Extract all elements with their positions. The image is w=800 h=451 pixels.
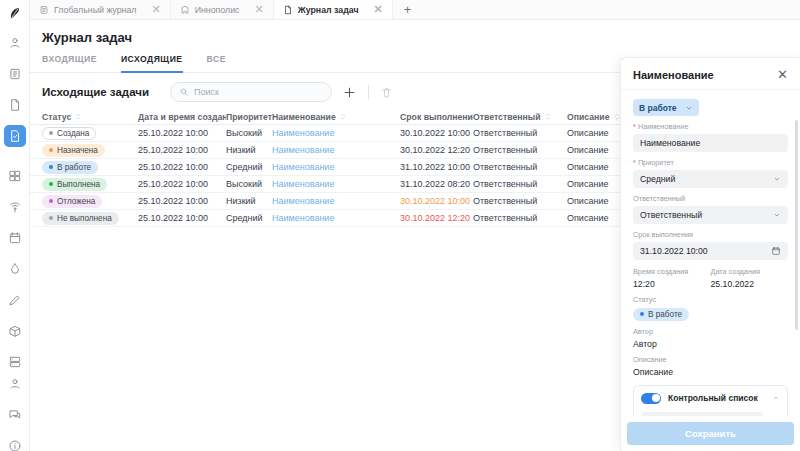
doc-icon (283, 5, 293, 15)
column-header[interactable]: Приоритет (226, 112, 272, 122)
window-tab[interactable]: Иннополис✕ (171, 0, 274, 19)
sidebar-item-drop[interactable] (4, 258, 26, 280)
name-field[interactable] (633, 134, 788, 152)
task-name-link[interactable]: Наименование (272, 145, 334, 155)
task-name-link[interactable]: Наименование (272, 162, 334, 172)
checklist-card: Контрольный список Добавить новый пункт (633, 385, 788, 417)
checklist-item-field[interactable] (641, 412, 763, 417)
name-cell: Наименование (272, 128, 400, 138)
task-name-link[interactable]: Наименование (272, 179, 334, 189)
column-header[interactable]: Наименование (272, 112, 400, 122)
checklist-item-input[interactable] (648, 416, 756, 417)
chevron-down-icon (773, 211, 781, 219)
checklist-title: Контрольный список (668, 393, 765, 403)
sidebar-item-document[interactable] (4, 94, 26, 116)
add-task-button[interactable] (341, 83, 359, 101)
sidebar-item-profile[interactable] (4, 373, 26, 395)
new-tab-button[interactable]: + (393, 0, 423, 19)
sidebar-item-user[interactable] (4, 32, 26, 54)
toolbar-divider (368, 85, 369, 100)
sidebar-item-calendar[interactable] (4, 227, 26, 249)
drop-icon (8, 262, 22, 276)
sidebar-item-pen[interactable] (4, 289, 26, 311)
responsible-cell: Ответственный (473, 213, 567, 223)
status-dropdown-value: В работе (639, 103, 677, 113)
sidebar-item-tasks[interactable] (4, 125, 26, 147)
task-name-link[interactable]: Наименование (272, 213, 334, 223)
app-logo (6, 4, 24, 24)
trash-icon[interactable] (769, 415, 780, 416)
responsible-select[interactable]: Ответственный (633, 206, 788, 224)
status-badge: Назначена (42, 144, 105, 157)
created-cell: 25.10.2022 10:00 (138, 145, 226, 155)
created-cell: 25.10.2022 10:00 (138, 196, 226, 206)
user-icon (8, 36, 22, 50)
search-input[interactable] (194, 87, 323, 97)
sidebar-bottom-group (4, 373, 26, 451)
priority-select-value: Средний (640, 174, 675, 184)
tab-входящие[interactable]: ВХОДЯЩИЕ (42, 54, 97, 72)
close-icon[interactable]: ✕ (777, 68, 788, 81)
status-badge: Не выполнена (42, 212, 119, 225)
status-cell: Назначена (42, 144, 138, 157)
created-cell: 25.10.2022 10:00 (138, 162, 226, 172)
window-tab[interactable]: Глобальный журнал✕ (30, 0, 171, 19)
sidebar-item-chat[interactable] (4, 404, 26, 426)
save-button[interactable]: Сохранить (627, 422, 794, 445)
list-title: Исходящие задачи (42, 86, 149, 98)
sidebar-item-info[interactable] (4, 435, 26, 451)
tab-close-icon[interactable]: ✕ (255, 4, 264, 15)
panel-scrollbar[interactable] (795, 120, 798, 330)
name-input[interactable] (640, 138, 781, 148)
column-header[interactable]: Статус (42, 112, 138, 122)
status-badge-label: В работе (648, 310, 682, 319)
tab-close-icon[interactable]: ✕ (374, 4, 383, 15)
responsible-cell: Ответственный (473, 179, 567, 189)
column-header-label: Описание (567, 112, 610, 122)
chevron-down-icon (773, 175, 781, 183)
column-header-label: Срок выполнения (400, 112, 473, 122)
sort-icon (74, 112, 82, 121)
sidebar-item-broadcast[interactable] (4, 196, 26, 218)
priority-cell: Низкий (226, 145, 272, 155)
tab-исходящие[interactable]: ИСХОДЯЩИЕ (121, 54, 183, 73)
window-tab[interactable]: Журнал задач✕ (274, 0, 393, 19)
status-dropdown[interactable]: В работе (633, 99, 699, 116)
task-name-link[interactable]: Наименование (272, 196, 334, 206)
apps-grid-icon (8, 169, 22, 183)
status-dot-icon (49, 131, 53, 135)
tab-все[interactable]: ВСЕ (207, 54, 226, 72)
due-field-label: Срок выполнения (633, 230, 788, 239)
sort-icon (339, 112, 347, 121)
column-header[interactable]: Срок выполнения (400, 112, 473, 122)
created-cell: 25.10.2022 10:00 (138, 213, 226, 223)
responsible-field-label: Ответственный (633, 194, 788, 203)
delete-task-button[interactable] (378, 83, 396, 101)
priority-select[interactable]: Средний (633, 170, 788, 188)
sidebar-item-box[interactable] (4, 320, 26, 342)
search-box[interactable] (170, 82, 332, 102)
journal-icon (8, 67, 22, 81)
chevron-up-icon[interactable] (772, 394, 780, 402)
sidebar-item-apps-grid[interactable] (4, 165, 26, 187)
window-tab-label: Иннополис (195, 5, 240, 15)
author-field-label: Автор (633, 327, 788, 336)
chevron-down-icon (685, 104, 693, 112)
column-header-label: Ответственный (473, 112, 541, 122)
column-header[interactable]: Ответственный (473, 112, 567, 122)
status-chip-slot: В работе (633, 307, 788, 321)
org-icon (180, 5, 190, 15)
sidebar-item-journal[interactable] (4, 63, 26, 85)
column-header[interactable]: Дата и время создания (138, 112, 226, 122)
status-badge-label: Не выполнена (57, 214, 112, 223)
column-header-label: Статус (42, 112, 71, 122)
due-date-value: 31.10.2022 10:00 (640, 246, 708, 256)
priority-cell: Низкий (226, 196, 272, 206)
name-cell: Наименование (272, 162, 400, 172)
task-name-link[interactable]: Наименование (272, 128, 334, 138)
checklist-toggle[interactable] (641, 393, 661, 404)
sidebar-item-server[interactable] (4, 351, 26, 373)
tab-close-icon[interactable]: ✕ (151, 4, 160, 15)
created-meta-row: Время создания 12:20 Дата создания 25.10… (633, 267, 788, 289)
due-date-field[interactable]: 31.10.2022 10:00 (633, 242, 788, 260)
